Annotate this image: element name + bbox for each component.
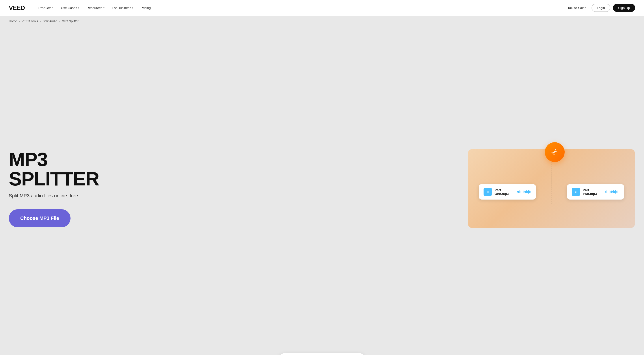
breadcrumb-sep-1: › [19, 20, 20, 23]
nav-pricing[interactable]: Pricing [138, 4, 154, 12]
scissors-icon: ✂ [549, 147, 560, 158]
nav-use-cases[interactable]: Use Cases ▾ [58, 4, 82, 12]
nav-for-business[interactable]: For Business ▾ [109, 4, 136, 12]
login-button[interactable]: Login [592, 4, 610, 12]
nav-products[interactable]: Products ▾ [35, 4, 56, 12]
choose-mp3-button[interactable]: Choose MP3 File [9, 209, 70, 227]
music-icon-left: ♫ [486, 190, 489, 194]
waveform-right [606, 189, 619, 194]
breadcrumb-mp3-splitter: MP3 Splitter [62, 20, 78, 23]
hero-left: MP3 SPLITTER Split MP3 audio files onlin… [9, 150, 124, 227]
audio-icon-right: ♫ [572, 188, 580, 196]
talk-to-sales-button[interactable]: Talk to Sales [565, 4, 589, 12]
nav-resources-label: Resources [86, 6, 102, 10]
waveform-left [517, 189, 531, 194]
chevron-down-icon: ▾ [52, 7, 53, 9]
scissors-circle: ✂ [545, 142, 565, 162]
main-content: MP3 SPLITTER Split MP3 audio files onlin… [0, 27, 644, 346]
rating-section: G 4.6 ★★★★☆ 319 reviews [0, 346, 644, 355]
nav-actions: Talk to Sales Login Sign Up [565, 4, 635, 12]
music-icon-right: ♫ [574, 190, 578, 194]
illustration: ✂ ♫ Part One.mp3 ♫ Part Two.mp3 [468, 149, 635, 228]
chevron-down-icon: ▾ [103, 7, 104, 9]
breadcrumb-sep-3: › [59, 20, 60, 23]
audio-icon-left: ♫ [484, 188, 492, 196]
rating-card: G 4.6 ★★★★☆ 319 reviews [278, 353, 366, 355]
audio-card-right: ♫ Part Two.mp3 [567, 184, 624, 200]
nav-pricing-label: Pricing [140, 6, 151, 10]
audio-card-left: ♫ Part One.mp3 [479, 184, 536, 200]
nav-products-label: Products [38, 6, 51, 10]
nav-links: Products ▾ Use Cases ▾ Resources ▾ For B… [35, 4, 565, 12]
breadcrumb-sep-2: › [40, 20, 41, 23]
hero-right: ✂ ♫ Part One.mp3 ♫ Part Two.mp3 [124, 144, 635, 233]
veed-logo[interactable]: VEED [9, 5, 25, 12]
chevron-down-icon: ▾ [78, 7, 79, 9]
breadcrumb: Home › VEED Tools › Split Audio › MP3 Sp… [0, 16, 644, 27]
dashed-divider [551, 160, 552, 204]
signup-button[interactable]: Sign Up [613, 4, 635, 12]
nav-use-cases-label: Use Cases [61, 6, 77, 10]
hero-subtitle: Split MP3 audio files online, free [9, 193, 124, 199]
chevron-down-icon: ▾ [132, 7, 133, 9]
nav-for-business-label: For Business [112, 6, 131, 10]
audio-card-left-label: Part One.mp3 [494, 188, 515, 196]
breadcrumb-home[interactable]: Home [9, 20, 17, 23]
breadcrumb-veed-tools[interactable]: VEED Tools [22, 20, 38, 23]
breadcrumb-split-audio[interactable]: Split Audio [42, 20, 57, 23]
audio-card-right-label: Part Two.mp3 [583, 188, 603, 196]
nav-resources[interactable]: Resources ▾ [84, 4, 108, 12]
navbar: VEED Products ▾ Use Cases ▾ Resources ▾ … [0, 0, 644, 16]
page-title: MP3 SPLITTER [9, 150, 124, 189]
